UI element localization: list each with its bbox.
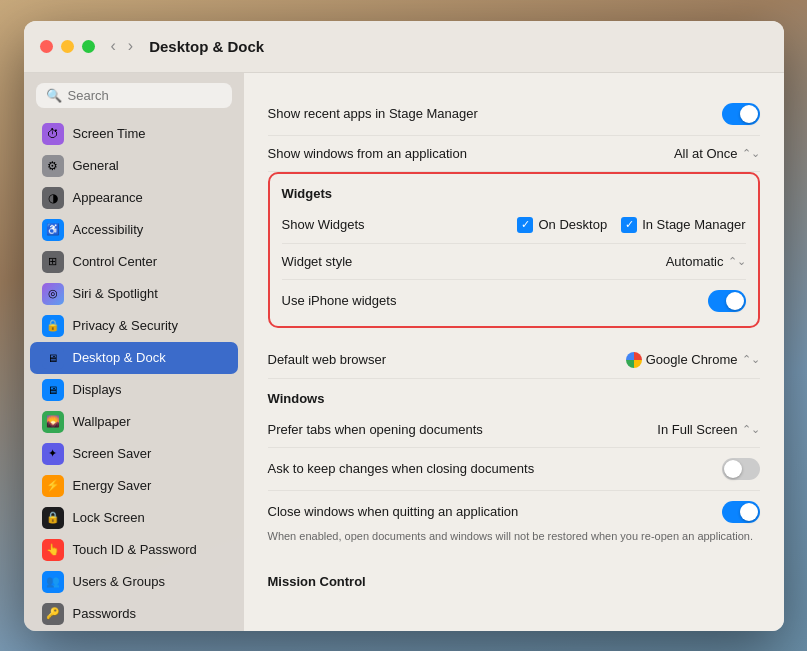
desktop-dock-icon: 🖥: [42, 347, 64, 369]
chevron-down-icon: ⌃⌄: [728, 255, 746, 268]
main-content: 🔍 ⏱ Screen Time ⚙ General ◑ Appearance ♿…: [24, 73, 784, 631]
widget-style-dropdown[interactable]: Automatic ⌃⌄: [666, 254, 746, 269]
close-windows-row: Close windows when quitting an applicati…: [268, 491, 760, 562]
prefer-tabs-label: Prefer tabs when opening documents: [268, 422, 483, 437]
close-windows-description: When enabled, open documents and windows…: [268, 527, 754, 552]
toggle-knob: [726, 292, 744, 310]
sidebar-item-control-center[interactable]: ⊞ Control Center: [30, 246, 238, 278]
sidebar-label: Displays: [73, 382, 122, 397]
toggle-knob: [740, 105, 758, 123]
system-preferences-window: ‹ › Desktop & Dock 🔍 ⏱ Screen Time ⚙ Gen…: [24, 21, 784, 631]
close-button[interactable]: [40, 40, 53, 53]
on-desktop-checkbox-item[interactable]: ✓ On Desktop: [517, 217, 607, 233]
widgets-header: Widgets: [282, 178, 746, 207]
close-windows-toggle[interactable]: [722, 501, 760, 523]
sidebar-item-screen-time[interactable]: ⏱ Screen Time: [30, 118, 238, 150]
iphone-widgets-toggle[interactable]: [708, 290, 746, 312]
nav-arrows: ‹ ›: [107, 35, 138, 57]
sidebar-item-screen-saver[interactable]: ✦ Screen Saver: [30, 438, 238, 470]
search-bar[interactable]: 🔍: [36, 83, 232, 108]
on-desktop-checkbox[interactable]: ✓: [517, 217, 533, 233]
chrome-icon: [626, 352, 642, 368]
main-panel: Show recent apps in Stage Manager Show w…: [244, 73, 784, 631]
sidebar-item-lock-screen[interactable]: 🔒 Lock Screen: [30, 502, 238, 534]
maximize-button[interactable]: [82, 40, 95, 53]
show-windows-value: All at Once: [674, 146, 738, 161]
siri-icon: ◎: [42, 283, 64, 305]
sidebar-label: Privacy & Security: [73, 318, 178, 333]
iphone-widgets-label: Use iPhone widgets: [282, 293, 397, 308]
mission-control-header: Mission Control: [268, 562, 760, 595]
sidebar-label: Appearance: [73, 190, 143, 205]
sidebar-item-general[interactable]: ⚙ General: [30, 150, 238, 182]
passwords-icon: 🔑: [42, 603, 64, 625]
sidebar-item-privacy[interactable]: 🔒 Privacy & Security: [30, 310, 238, 342]
sidebar-label: Passwords: [73, 606, 137, 621]
back-button[interactable]: ‹: [107, 35, 120, 57]
default-browser-value: Google Chrome: [646, 352, 738, 367]
sidebar-item-appearance[interactable]: ◑ Appearance: [30, 182, 238, 214]
appearance-icon: ◑: [42, 187, 64, 209]
default-browser-dropdown[interactable]: Google Chrome ⌃⌄: [626, 352, 760, 368]
touch-id-icon: 👆: [42, 539, 64, 561]
in-stage-manager-checkbox[interactable]: ✓: [621, 217, 637, 233]
sidebar-label: Siri & Spotlight: [73, 286, 158, 301]
default-browser-label: Default web browser: [268, 352, 387, 367]
in-stage-manager-checkbox-item[interactable]: ✓ In Stage Manager: [621, 217, 745, 233]
windows-header: Windows: [268, 379, 760, 412]
ask-keep-changes-toggle[interactable]: [722, 458, 760, 480]
sidebar-label: Users & Groups: [73, 574, 165, 589]
forward-button[interactable]: ›: [124, 35, 137, 57]
minimize-button[interactable]: [61, 40, 74, 53]
sidebar-item-users-groups[interactable]: 👥 Users & Groups: [30, 566, 238, 598]
sidebar-label: Screen Saver: [73, 446, 152, 461]
show-windows-dropdown[interactable]: All at Once ⌃⌄: [674, 146, 760, 161]
sidebar-item-siri[interactable]: ◎ Siri & Spotlight: [30, 278, 238, 310]
energy-saver-icon: ⚡: [42, 475, 64, 497]
users-groups-icon: 👥: [42, 571, 64, 593]
sidebar-item-wallpaper[interactable]: 🌄 Wallpaper: [30, 406, 238, 438]
control-center-icon: ⊞: [42, 251, 64, 273]
screen-time-icon: ⏱: [42, 123, 64, 145]
ask-keep-changes-label: Ask to keep changes when closing documen…: [268, 461, 535, 476]
sidebar-item-accessibility[interactable]: ♿ Accessibility: [30, 214, 238, 246]
stage-manager-label: Show recent apps in Stage Manager: [268, 106, 478, 121]
stage-manager-row: Show recent apps in Stage Manager: [268, 93, 760, 136]
show-windows-row: Show windows from an application All at …: [268, 136, 760, 172]
sidebar-label: Control Center: [73, 254, 158, 269]
chevron-down-icon: ⌃⌄: [742, 423, 760, 436]
in-stage-manager-label: In Stage Manager: [642, 217, 745, 232]
sidebar-item-desktop-dock[interactable]: 🖥 Desktop & Dock: [30, 342, 238, 374]
toggle-knob: [740, 503, 758, 521]
lock-screen-icon: 🔒: [42, 507, 64, 529]
sidebar-item-touch-id[interactable]: 👆 Touch ID & Password: [30, 534, 238, 566]
wallpaper-icon: 🌄: [42, 411, 64, 433]
traffic-lights: [40, 40, 95, 53]
mission-control-section: Mission Control: [268, 562, 760, 595]
sidebar-label: Energy Saver: [73, 478, 152, 493]
sidebar-item-energy-saver[interactable]: ⚡ Energy Saver: [30, 470, 238, 502]
sidebar-label: Wallpaper: [73, 414, 131, 429]
close-windows-label: Close windows when quitting an applicati…: [268, 504, 519, 519]
privacy-icon: 🔒: [42, 315, 64, 337]
sidebar-label: Lock Screen: [73, 510, 145, 525]
on-desktop-label: On Desktop: [538, 217, 607, 232]
widget-style-value: Automatic: [666, 254, 724, 269]
search-input[interactable]: [68, 88, 222, 103]
sidebar-item-passwords[interactable]: 🔑 Passwords: [30, 598, 238, 630]
general-icon: ⚙: [42, 155, 64, 177]
sidebar-item-displays[interactable]: 🖥 Displays: [30, 374, 238, 406]
widget-checkboxes: ✓ On Desktop ✓ In Stage Manager: [517, 217, 745, 233]
close-windows-inner: Close windows when quitting an applicati…: [268, 501, 760, 523]
chevron-down-icon: ⌃⌄: [742, 353, 760, 366]
sidebar-label: Desktop & Dock: [73, 350, 166, 365]
title-bar: ‹ › Desktop & Dock: [24, 21, 784, 73]
screen-saver-icon: ✦: [42, 443, 64, 465]
prefer-tabs-dropdown[interactable]: In Full Screen ⌃⌄: [657, 422, 759, 437]
search-icon: 🔍: [46, 88, 62, 103]
stage-manager-toggle[interactable]: [722, 103, 760, 125]
toggle-knob: [724, 460, 742, 478]
chevron-down-icon: ⌃⌄: [742, 147, 760, 160]
sidebar: 🔍 ⏱ Screen Time ⚙ General ◑ Appearance ♿…: [24, 73, 244, 631]
prefer-tabs-row: Prefer tabs when opening documents In Fu…: [268, 412, 760, 448]
